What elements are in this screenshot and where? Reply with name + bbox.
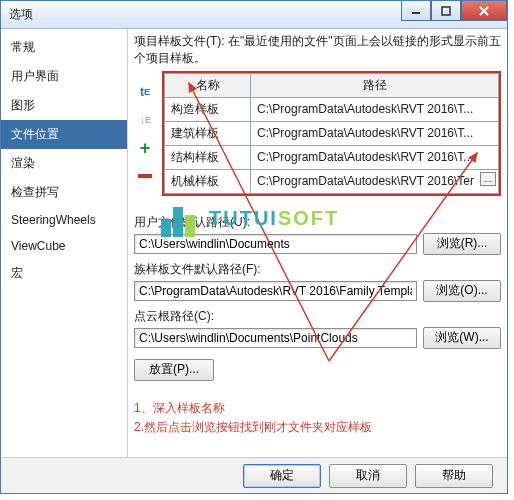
sidebar-item-file-locations[interactable]: 文件位置 <box>1 120 127 149</box>
sidebar-item-render[interactable]: 渲染 <box>1 149 127 178</box>
options-dialog: 选项 常规 用户界面 图形 文件位置 渲染 检查拼写 SteeringWheel… <box>0 0 508 494</box>
sidebar-item-ui[interactable]: 用户界面 <box>1 62 127 91</box>
sidebar-item-general[interactable]: 常规 <box>1 33 127 62</box>
user-path-label: 用户文件默认路径(U): <box>134 214 501 231</box>
family-path-input[interactable] <box>134 281 417 301</box>
templates-table[interactable]: 名称 路径 构造样板 C:\ProgramData\Autodesk\RVT 2… <box>164 73 499 194</box>
browse-user-path-button[interactable]: 浏览(R)... <box>423 233 501 255</box>
dialog-footer: 确定 取消 帮助 <box>1 457 507 493</box>
move-down-button[interactable]: ↓E <box>136 111 154 129</box>
move-up-button[interactable]: tE <box>136 83 154 101</box>
sidebar-item-macro[interactable]: 宏 <box>1 259 127 288</box>
path-ellipsis-button[interactable]: … <box>480 172 496 186</box>
close-button[interactable] <box>461 1 507 21</box>
svg-rect-1 <box>442 7 450 15</box>
place-button[interactable]: 放置(P)... <box>134 359 214 381</box>
maximize-button[interactable] <box>431 1 461 21</box>
sidebar-item-spellcheck[interactable]: 检查拼写 <box>1 178 127 207</box>
sidebar-item-viewcube[interactable]: ViewCube <box>1 233 127 259</box>
template-description: 项目样板文件(T): 在"最近使用的文件"页面上会以链接的形式显示前五个项目样板… <box>134 33 501 67</box>
help-button[interactable]: 帮助 <box>415 464 493 488</box>
sidebar-item-steeringwheels[interactable]: SteeringWheels <box>1 207 127 233</box>
ok-button[interactable]: 确定 <box>243 464 321 488</box>
table-row[interactable]: 建筑样板 C:\ProgramData\Autodesk\RVT 2016\T.… <box>165 121 499 145</box>
minimize-button[interactable] <box>401 1 431 21</box>
remove-button[interactable] <box>136 167 154 185</box>
cloud-path-label: 点云根路径(C): <box>134 308 501 325</box>
sidebar: 常规 用户界面 图形 文件位置 渲染 检查拼写 SteeringWheels V… <box>1 29 128 457</box>
minus-icon <box>138 174 152 178</box>
sidebar-item-graphics[interactable]: 图形 <box>1 91 127 120</box>
col-name[interactable]: 名称 <box>165 73 251 97</box>
table-row[interactable]: 机械样板 C:\ProgramData\Autodesk\RVT 2016\Te… <box>165 169 499 193</box>
col-path[interactable]: 路径 <box>251 73 499 97</box>
cancel-button[interactable]: 取消 <box>329 464 407 488</box>
family-path-label: 族样板文件默认路径(F): <box>134 261 501 278</box>
cloud-path-input[interactable] <box>134 328 417 348</box>
plus-icon: + <box>140 139 151 157</box>
main-panel: 项目样板文件(T): 在"最近使用的文件"页面上会以链接的形式显示前五个项目样板… <box>128 29 507 457</box>
browse-cloud-path-button[interactable]: 浏览(W)... <box>423 327 501 349</box>
window-title: 选项 <box>9 6 33 23</box>
add-button[interactable]: + <box>136 139 154 157</box>
browse-family-path-button[interactable]: 浏览(O)... <box>423 280 501 302</box>
table-row[interactable]: 结构样板 C:\ProgramData\Autodesk\RVT 2016\T.… <box>165 145 499 169</box>
table-row[interactable]: 构造样板 C:\ProgramData\Autodesk\RVT 2016\T.… <box>165 97 499 121</box>
templates-table-highlight: 名称 路径 构造样板 C:\ProgramData\Autodesk\RVT 2… <box>162 71 501 196</box>
user-path-input[interactable] <box>134 234 417 254</box>
titlebar[interactable]: 选项 <box>1 1 507 29</box>
annotation-text: 1、深入样板名称 2.然后点击浏览按钮找到刚才文件夹对应样板 <box>134 399 501 437</box>
